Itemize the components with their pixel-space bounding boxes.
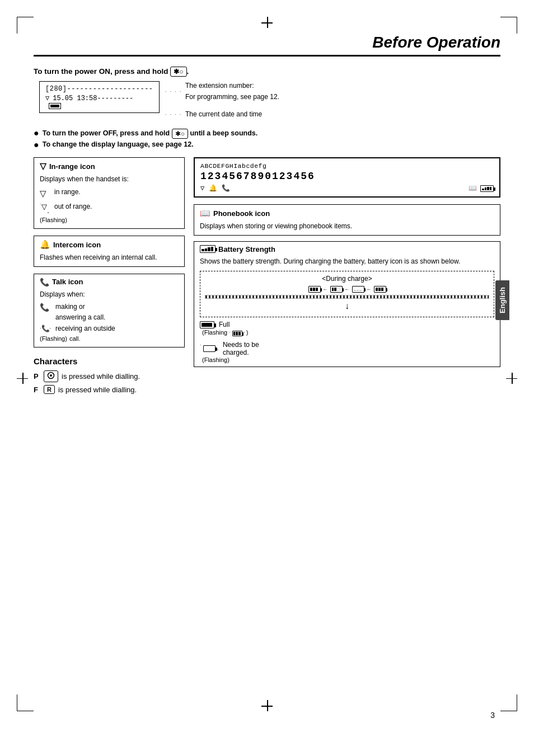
phonebook-body: Displays when storing or viewing phonebo… xyxy=(200,221,494,232)
out-range-symbol: `▽ˬ xyxy=(40,201,51,214)
power-on-title: To turn the power ON, press and hold ✱○. xyxy=(34,67,500,77)
lcd-icons-row: ▽ 🔔 📞 📖 xyxy=(200,184,494,192)
notes-section: ● To turn the power OFF, press and hold … xyxy=(34,129,500,149)
talk-symbol-normal: 📞 xyxy=(40,302,52,314)
right-column: ABCDEFGHIabcdefg 1234567890123456 ▽ 🔔 📞 … xyxy=(194,157,500,397)
display-line2: 15.05 13:58--------- xyxy=(53,95,133,102)
in-range-body: Displays when the handset is: ▽ in range… xyxy=(40,174,179,225)
lcd-signal-icon: ▽ xyxy=(200,184,204,192)
char-f-row: F R is pressed while dialling. xyxy=(34,385,185,394)
phonebook-icon: 📖 xyxy=(200,208,210,218)
power-on-section: To turn the power ON, press and hold ✱○.… xyxy=(34,67,500,120)
f-button: R xyxy=(44,385,55,394)
p-button xyxy=(44,370,58,382)
charge-arrow-1: ← xyxy=(323,287,328,292)
intercom-icon: 🔔 xyxy=(40,240,50,250)
talk-icon: 📞 xyxy=(40,278,49,287)
lcd-talk-icon: 📞 xyxy=(222,184,230,192)
charging-progress-bar xyxy=(205,295,489,299)
charge-bat-2 xyxy=(330,286,343,293)
talk-header: 📞 Talk icon xyxy=(40,278,179,287)
cross-mark-left xyxy=(17,373,28,384)
cross-mark-top xyxy=(261,17,273,28)
in-range-icon: ▽ xyxy=(40,161,46,171)
battery-full-icon xyxy=(200,321,214,328)
flashing-bat-icon: ` ' xyxy=(229,330,246,336)
power-off-button: ✱○ xyxy=(172,129,188,139)
charging-box: <During charge> ← xyxy=(200,271,494,317)
battery-section: Battery Strength Shows the battery stren… xyxy=(194,241,500,367)
talk-section: 📞 Talk icon Displays when: 📞 making or a… xyxy=(34,274,185,348)
page-title: Before Operation xyxy=(34,34,500,57)
flashing-needs: (Flashing) xyxy=(202,356,494,363)
intercom-body: Flashes when receiving an internal call. xyxy=(40,252,179,263)
annot-datetime: · · · · The current date and time xyxy=(165,109,279,120)
page-number: 3 xyxy=(490,711,495,720)
charge-bat-3 xyxy=(352,286,364,293)
battery-symbol-small xyxy=(49,103,61,109)
intercom-section: 🔔 Intercom icon Flashes when receiving a… xyxy=(34,236,185,267)
battery-full-row: Full xyxy=(200,321,494,328)
signal-symbol: ▽ xyxy=(45,94,49,102)
cross-mark-right xyxy=(506,373,517,384)
in-range-header: ▽ In-range icon xyxy=(40,161,179,171)
charge-bat-4 xyxy=(374,286,386,293)
lcd-line1: ABCDEFGHIabcdefg xyxy=(200,162,494,170)
charge-arrow-3: ← xyxy=(367,287,372,292)
flashing-full: (Flashing ` ' ) xyxy=(202,329,494,336)
battery-needs-icon: ` ' xyxy=(200,344,218,353)
corner-mark-br xyxy=(500,694,517,711)
in-range-section: ▽ In-range icon Displays when the handse… xyxy=(34,157,185,229)
lcd-sound-icon: 🔔 xyxy=(209,184,217,192)
phonebook-section: 📖 Phonebook icon Displays when storing o… xyxy=(194,204,500,236)
lcd-screen: ABCDEFGHIabcdefg 1234567890123456 ▽ 🔔 📞 … xyxy=(194,157,500,198)
display-line1: [280]-------------------- xyxy=(45,85,153,93)
note-power-off: ● To turn the power OFF, press and hold … xyxy=(34,129,500,139)
in-range-symbol: ▽ xyxy=(40,187,51,200)
battery-needs-row: ` ' Needs to be charged. xyxy=(200,341,494,356)
talk-body: Displays when: 📞 making or answering a c… xyxy=(40,289,179,344)
cross-mark-bottom xyxy=(261,700,273,711)
characters-title: Characters xyxy=(34,356,185,366)
lcd-line2: 1234567890123456 xyxy=(200,171,494,182)
talk-symbol-flashing: `📞' xyxy=(40,323,52,334)
english-tab: English xyxy=(495,280,509,320)
corner-mark-bl xyxy=(17,694,34,711)
annot-extension: · · · · The extension number: For progra… xyxy=(165,80,279,103)
phonebook-header: 📖 Phonebook icon xyxy=(200,208,494,218)
characters-section: Characters P is pressed while dialling. … xyxy=(34,356,185,394)
battery-body: Shows the battery strength. During charg… xyxy=(200,256,494,267)
charging-icons: ← ← xyxy=(205,286,489,293)
charge-arrow-2: ← xyxy=(345,287,350,292)
char-p-row: P is pressed while dialling. xyxy=(34,370,185,382)
intercom-header: 🔔 Intercom icon xyxy=(40,240,179,250)
power-button-icon: ✱○ xyxy=(170,67,186,77)
lcd-phonebook-icon: 📖 xyxy=(469,184,477,192)
corner-mark-tl xyxy=(17,17,34,34)
left-column: ▽ In-range icon Displays when the handse… xyxy=(34,157,185,397)
note-language: ● To change the display language, see pa… xyxy=(34,140,500,149)
svg-point-1 xyxy=(50,374,52,377)
p-button-icon xyxy=(47,372,55,379)
charging-label: <During charge> xyxy=(205,275,489,283)
arrow-down: ↓ xyxy=(205,301,489,311)
corner-mark-tr xyxy=(500,17,517,34)
battery-header: Battery Strength xyxy=(200,245,494,253)
battery-icon-header xyxy=(200,245,216,253)
range-states: ▽ in range. `▽ˬ out of range. (Flashing) xyxy=(40,187,179,225)
charge-bat-1 xyxy=(308,286,321,293)
lcd-battery-icon xyxy=(480,185,494,192)
